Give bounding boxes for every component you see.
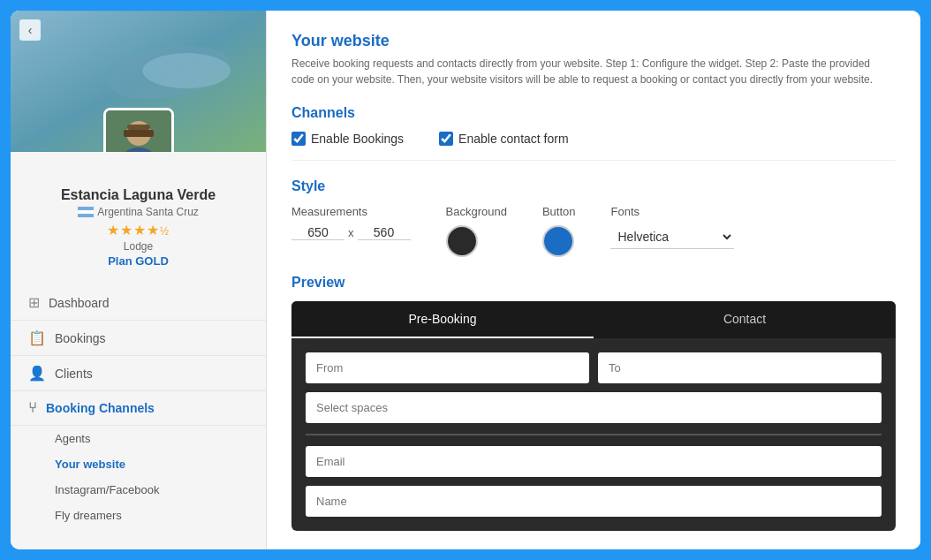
to-input[interactable] xyxy=(598,352,882,383)
preview-section: Preview Pre-Booking Contact xyxy=(291,275,896,531)
sidebar-header: ‹ xyxy=(11,11,266,152)
main-content: Your website Receive booking requests an… xyxy=(267,11,920,549)
from-input[interactable] xyxy=(306,352,589,383)
style-controls: Measurements x Background Button xyxy=(291,205,896,257)
enable-contact-label[interactable]: Enable contact form xyxy=(439,132,569,146)
width-input[interactable] xyxy=(291,225,344,240)
enable-contact-text: Enable contact form xyxy=(458,132,569,146)
clients-icon: 👤 xyxy=(28,365,46,382)
tab-prebooking[interactable]: Pre-Booking xyxy=(291,301,594,338)
sidebar-item-label: Dashboard xyxy=(49,296,110,310)
channels-row: Enable Bookings Enable contact form xyxy=(291,132,896,161)
sub-nav-instagram-facebook[interactable]: Instagram/Facebook xyxy=(37,477,266,503)
style-section: Style Measurements x Background xyxy=(291,178,896,257)
sidebar: ‹ Estancia Laguna Verde xyxy=(11,11,267,549)
sidebar-item-label: Clients xyxy=(55,367,93,381)
height-input[interactable] xyxy=(358,225,411,240)
widget-from-to-row xyxy=(306,352,882,383)
page-title: Your website xyxy=(291,32,896,50)
channels-icon: ⑂ xyxy=(28,400,37,416)
style-section-title: Style xyxy=(291,178,896,194)
sidebar-item-dashboard[interactable]: ⊞ Dashboard xyxy=(11,285,266,321)
profile-location: Argentina Santa Cruz xyxy=(78,206,199,218)
button-label: Button xyxy=(542,205,576,218)
dashboard-icon: ⊞ xyxy=(28,294,40,311)
spaces-input[interactable] xyxy=(306,392,882,423)
sidebar-item-label: Booking Channels xyxy=(46,401,155,415)
svg-rect-5 xyxy=(124,130,154,137)
email-input[interactable] xyxy=(306,446,882,477)
widget-body xyxy=(291,338,896,531)
svg-point-2 xyxy=(142,53,231,88)
fonts-label: Fonts xyxy=(610,205,734,218)
measurements-control: Measurements x xyxy=(291,205,411,240)
fonts-control: Fonts Helvetica Arial Georgia Verdana xyxy=(610,205,734,249)
channels-section-title: Channels xyxy=(291,105,896,121)
sub-nav-agents[interactable]: Agents xyxy=(37,426,266,451)
profile-name: Estancia Laguna Verde xyxy=(61,187,216,203)
profile-type: Lodge xyxy=(124,240,153,253)
fonts-select[interactable]: Helvetica Arial Georgia Verdana xyxy=(610,225,734,249)
widget-preview: Pre-Booking Contact xyxy=(291,301,896,531)
avatar xyxy=(103,108,174,152)
measurements-inputs: x xyxy=(291,225,411,240)
back-button[interactable]: ‹ xyxy=(19,19,41,41)
enable-contact-checkbox[interactable] xyxy=(439,132,453,146)
tab-contact[interactable]: Contact xyxy=(594,301,896,338)
measurements-label: Measurements xyxy=(291,205,411,218)
enable-bookings-text: Enable Bookings xyxy=(311,132,404,146)
background-control: Background xyxy=(446,205,507,257)
widget-tabs: Pre-Booking Contact xyxy=(291,301,896,338)
background-label: Background xyxy=(446,205,507,218)
button-control: Button xyxy=(542,205,576,257)
location-text: Argentina Santa Cruz xyxy=(97,206,199,218)
sidebar-item-clients[interactable]: 👤 Clients xyxy=(11,356,266,391)
sidebar-profile: Estancia Laguna Verde Argentina Santa Cr… xyxy=(11,152,266,276)
app-container: ‹ Estancia Laguna Verde xyxy=(11,11,920,549)
svg-rect-6 xyxy=(127,125,150,130)
sidebar-item-label: Bookings xyxy=(55,331,106,345)
flag-icon xyxy=(78,207,94,217)
sub-nav: Agents Your website Instagram/Facebook F… xyxy=(11,426,266,528)
preview-title: Preview xyxy=(291,275,896,291)
sidebar-nav: ⊞ Dashboard 📋 Bookings 👤 Clients ⑂ Booki… xyxy=(11,285,266,549)
button-color-picker[interactable] xyxy=(542,225,574,257)
enable-bookings-checkbox[interactable] xyxy=(291,132,306,146)
enable-bookings-label[interactable]: Enable Bookings xyxy=(291,132,404,146)
widget-divider xyxy=(306,434,882,435)
outer-frame: ‹ Estancia Laguna Verde xyxy=(0,0,931,560)
background-color-picker[interactable] xyxy=(446,225,478,257)
avatar-image xyxy=(106,110,171,152)
sidebar-item-bookings[interactable]: 📋 Bookings xyxy=(11,321,266,356)
sub-nav-fly-dreamers[interactable]: Fly dreamers xyxy=(37,503,266,528)
sub-nav-your-website[interactable]: Your website xyxy=(37,451,266,477)
star-rating: ★★★★½ xyxy=(107,222,170,238)
bookings-icon: 📋 xyxy=(28,329,46,346)
name-input[interactable] xyxy=(306,486,882,517)
measurements-separator: x xyxy=(348,226,354,239)
profile-plan: Plan GOLD xyxy=(108,254,169,268)
page-description: Receive booking requests and contacts di… xyxy=(291,56,896,87)
sidebar-item-booking-channels[interactable]: ⑂ Booking Channels xyxy=(11,391,266,426)
